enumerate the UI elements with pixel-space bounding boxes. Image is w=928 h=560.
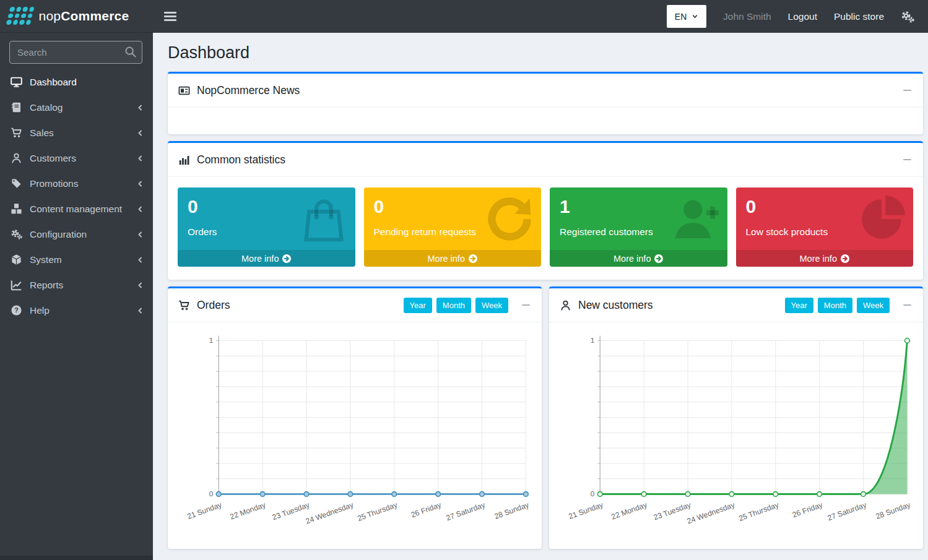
stats-panel-title: Common statistics	[197, 153, 285, 166]
cube-icon	[11, 254, 22, 265]
stats-panel-body: 0OrdersMore info0Pending return requests…	[168, 176, 923, 280]
chevron-left-icon	[136, 256, 144, 264]
stat-value: 1	[560, 196, 718, 218]
language-select-value: EN	[675, 12, 687, 22]
cart-icon	[178, 299, 190, 311]
sidebar-item-system[interactable]: System	[0, 247, 153, 272]
sidebar-item-customers[interactable]: Customers	[0, 145, 153, 171]
svg-text:28 Sunday: 28 Sunday	[875, 500, 912, 520]
public-store-link[interactable]: Public store	[834, 11, 884, 22]
stat-card-content: 0Orders	[178, 187, 355, 250]
stat-value: 0	[188, 196, 345, 218]
svg-text:?: ?	[14, 306, 19, 314]
more-info-link[interactable]: More info	[550, 250, 727, 267]
news-panel-header: NopCommerce News	[168, 74, 923, 107]
question-circle-icon: ?	[11, 304, 22, 316]
svg-text:0: 0	[209, 489, 214, 498]
svg-text:0: 0	[591, 489, 595, 498]
sidebar-item-help[interactable]: ?Help	[0, 298, 153, 323]
svg-text:21 Sunday: 21 Sunday	[186, 500, 223, 520]
app-logo[interactable]: nopCommerce	[0, 0, 153, 33]
svg-text:27 Saturday: 27 Saturday	[445, 500, 487, 522]
search-input[interactable]	[9, 41, 142, 64]
sidebar-item-label: Dashboard	[30, 77, 77, 88]
svg-text:21 Sunday: 21 Sunday	[568, 500, 605, 520]
sidebar-item-dashboard[interactable]: Dashboard	[0, 69, 153, 95]
more-info-link[interactable]: More info	[736, 250, 914, 267]
more-info-label: More info	[428, 254, 465, 264]
user-name: John Smith	[723, 11, 771, 22]
user-icon	[11, 152, 22, 164]
collapse-icon[interactable]	[901, 85, 914, 96]
sidebar-item-reports[interactable]: Reports	[0, 272, 153, 298]
cart-icon	[11, 127, 22, 139]
svg-text:22 Monday: 22 Monday	[229, 500, 267, 521]
arrow-circle-right-icon	[841, 254, 849, 263]
chevron-down-icon	[692, 13, 698, 20]
arrow-circle-right-icon	[282, 254, 291, 263]
stat-label: Orders	[188, 226, 345, 238]
chevron-left-icon	[136, 231, 144, 238]
chevron-left-icon	[136, 307, 144, 314]
topbar-right: EN John Smith Logout Public store	[667, 5, 914, 28]
svg-text:25 Thursday: 25 Thursday	[737, 500, 780, 523]
year-button[interactable]: Year	[785, 298, 813, 313]
sidebar-item-label: Configuration	[30, 229, 87, 240]
sidebar-item-promotions[interactable]: Promotions	[0, 171, 153, 196]
sidebar-item-label: Catalog	[30, 102, 63, 113]
sidebar-toggle-button[interactable]	[164, 9, 176, 24]
svg-text:26 Friday: 26 Friday	[791, 500, 824, 519]
month-button[interactable]: Month	[818, 298, 852, 313]
search-box	[9, 41, 142, 64]
topbar: EN John Smith Logout Public store	[153, 0, 928, 33]
news-panel-title: NopCommerce News	[197, 84, 300, 97]
stat-card-content: 1Registered customers	[550, 187, 727, 250]
sidebar-item-catalog[interactable]: Catalog	[0, 95, 153, 120]
stat-card-low-stock-products: 0Low stock productsMore info	[736, 187, 914, 267]
collapse-icon[interactable]	[519, 300, 532, 311]
new-customers-panel-title: New customers	[578, 299, 653, 312]
bar-chart-icon	[178, 154, 190, 166]
sidebar-item-label: System	[30, 254, 62, 265]
sidebar-item-label: Promotions	[30, 178, 78, 189]
new-customers-chart: 0121 Sunday22 Monday23 Tuesday24 Wednesd…	[553, 326, 918, 529]
stats-panel: Common statistics 0OrdersMore info0Pendi…	[168, 141, 923, 280]
new-customers-chart-body: 0121 Sunday22 Monday23 Tuesday24 Wednesd…	[549, 322, 923, 529]
orders-chart-body: 0121 Sunday22 Monday23 Tuesday24 Wednesd…	[168, 322, 542, 529]
collapse-icon[interactable]	[901, 155, 914, 165]
orders-panel-header: Orders YearMonthWeek	[168, 288, 542, 322]
sidebar: nopCommerce DashboardCatalogSalesCustome…	[0, 0, 153, 560]
chevron-left-icon	[136, 205, 144, 213]
search-icon	[124, 46, 137, 58]
sidebar-item-label: Sales	[30, 127, 54, 139]
more-info-link[interactable]: More info	[364, 250, 542, 267]
chevron-left-icon	[136, 155, 144, 162]
stat-label: Low stock products	[746, 226, 904, 238]
week-button[interactable]: Week	[857, 298, 890, 313]
month-button[interactable]: Month	[436, 298, 471, 313]
collapse-icon[interactable]	[901, 300, 914, 311]
more-info-label: More info	[800, 254, 837, 264]
sidebar-item-content-management[interactable]: Content management	[0, 196, 153, 222]
sidebar-item-configuration[interactable]: Configuration	[0, 222, 153, 247]
svg-text:27 Saturday: 27 Saturday	[826, 500, 868, 522]
logout-link[interactable]: Logout	[788, 11, 817, 22]
stat-card-orders: 0OrdersMore info	[178, 187, 355, 267]
stat-card-content: 0Pending return requests	[364, 187, 542, 250]
sidebar-item-sales[interactable]: Sales	[0, 120, 153, 145]
arrow-circle-right-icon	[654, 254, 663, 263]
svg-text:24 Wednesday: 24 Wednesday	[686, 500, 737, 525]
stat-card-pending-return-requests: 0Pending return requestsMore info	[364, 187, 542, 267]
svg-text:25 Thursday: 25 Thursday	[356, 500, 399, 523]
language-select[interactable]: EN	[667, 5, 706, 28]
sidebar-item-label: Customers	[30, 153, 76, 164]
year-button[interactable]: Year	[404, 298, 432, 313]
tag-icon	[11, 178, 22, 189]
svg-text:1: 1	[591, 336, 595, 344]
svg-text:22 Monday: 22 Monday	[610, 500, 649, 521]
orders-panel-title: Orders	[197, 299, 230, 312]
more-info-link[interactable]: More info	[178, 250, 355, 267]
week-button[interactable]: Week	[475, 298, 508, 313]
news-panel-body	[168, 107, 923, 134]
settings-gears-icon[interactable]	[901, 10, 914, 24]
